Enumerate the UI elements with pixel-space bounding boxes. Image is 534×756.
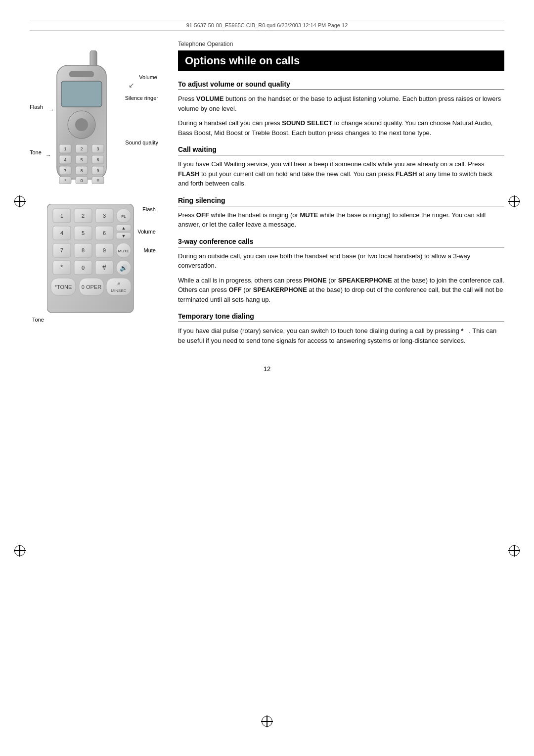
handset-svg: 1 2 3 4 5 6 7 bbox=[54, 50, 109, 186]
svg-text:3: 3 bbox=[103, 213, 106, 219]
reg-mark-left-top bbox=[14, 195, 26, 209]
svg-text:MUTE: MUTE bbox=[118, 249, 130, 253]
handset-flash-arrow: → bbox=[48, 106, 54, 113]
svg-text:2: 2 bbox=[82, 213, 85, 219]
handset-tone-arrow: → bbox=[45, 152, 51, 159]
section-tonedialing-para1: If you have dial pulse (rotary) service,… bbox=[178, 326, 504, 345]
base-diagram: 1 2 3 FL 4 5 6 bbox=[30, 204, 158, 332]
svg-text:1: 1 bbox=[64, 146, 66, 151]
reg-mark-left-bottom bbox=[14, 545, 26, 558]
svg-text:9: 9 bbox=[96, 168, 99, 173]
svg-text:0: 0 bbox=[82, 265, 85, 271]
svg-text:5: 5 bbox=[80, 157, 83, 162]
svg-text:▲: ▲ bbox=[122, 226, 126, 231]
page-number: 12 bbox=[30, 365, 504, 373]
handset-flash-label: Flash bbox=[30, 104, 43, 110]
handset-volume-arrow: ↙ bbox=[129, 81, 134, 89]
handset-diagram: 1 2 3 4 5 6 7 bbox=[30, 41, 158, 194]
meta-header: 91-5637-50-00_E5965C CIB_R0.qxd 6/23/200… bbox=[30, 20, 504, 31]
svg-text:3: 3 bbox=[96, 146, 99, 151]
svg-text:9: 9 bbox=[103, 247, 106, 253]
page-title: Options while on calls bbox=[178, 50, 504, 71]
handset-tone-label: Tone bbox=[30, 149, 42, 155]
svg-text:#: # bbox=[96, 178, 99, 183]
svg-text:2: 2 bbox=[80, 146, 83, 151]
section-callwaiting-para1: If you have Call Waiting service, you wi… bbox=[178, 159, 504, 189]
reg-mark-right-bottom bbox=[508, 545, 520, 558]
section-threeway-para1: During an outside call, you can use both… bbox=[178, 251, 504, 271]
svg-text:8: 8 bbox=[80, 168, 83, 173]
svg-text:6: 6 bbox=[103, 230, 106, 236]
svg-text:0: 0 bbox=[80, 178, 83, 183]
section-volume-para2: During a handset call you can press SOUN… bbox=[178, 118, 504, 138]
svg-text:6: 6 bbox=[96, 157, 99, 162]
base-tone-label: Tone bbox=[32, 317, 44, 323]
svg-text:#: # bbox=[117, 282, 120, 286]
section-volume-para1: Press VOLUME buttons on the handset or t… bbox=[178, 94, 504, 113]
svg-text:🔊: 🔊 bbox=[120, 264, 128, 272]
svg-text:*: * bbox=[64, 178, 66, 183]
svg-text:5: 5 bbox=[82, 230, 85, 236]
bottom-center-cross bbox=[261, 715, 273, 729]
svg-rect-3 bbox=[61, 81, 102, 107]
svg-text:MINSEC: MINSEC bbox=[111, 288, 126, 293]
svg-text:0 OPER: 0 OPER bbox=[82, 284, 101, 290]
handset-volume-label: Volume bbox=[139, 74, 157, 80]
handset-soundquality-label: Sound quality bbox=[125, 140, 158, 145]
svg-text:▼: ▼ bbox=[122, 234, 126, 238]
section-header-volume: To adjust volume or sound quality bbox=[178, 80, 504, 90]
base-svg: 1 2 3 FL 4 5 6 bbox=[47, 204, 136, 319]
section-header-callwaiting: Call waiting bbox=[178, 145, 504, 155]
reg-mark-right-top bbox=[508, 195, 520, 209]
svg-text:4: 4 bbox=[60, 230, 63, 236]
svg-text:#: # bbox=[102, 263, 106, 271]
svg-text:*TONE: *TONE bbox=[55, 284, 72, 290]
section-ringsilencing-para1: Press OFF while the handset is ringing (… bbox=[178, 210, 504, 230]
page-container: 91-5637-50-00_E5965C CIB_R0.qxd 6/23/200… bbox=[0, 0, 534, 756]
svg-rect-2 bbox=[69, 71, 94, 77]
right-column: Telephone Operation Options while on cal… bbox=[178, 41, 504, 350]
base-volume-label: Volume bbox=[137, 229, 156, 235]
svg-text:*: * bbox=[60, 263, 63, 271]
section-header-tonedialing: Temporary tone dialing bbox=[178, 312, 504, 322]
base-mute-label: Mute bbox=[144, 247, 156, 253]
handset-silence-label: Silence ringer bbox=[125, 95, 158, 101]
left-column: 1 2 3 4 5 6 7 bbox=[30, 41, 158, 350]
svg-point-5 bbox=[75, 118, 88, 131]
svg-text:FL: FL bbox=[121, 214, 126, 219]
section-header-ringsilencing: Ring silencing bbox=[178, 196, 504, 206]
section-label: Telephone Operation bbox=[178, 41, 504, 47]
main-content: 1 2 3 4 5 6 7 bbox=[30, 41, 504, 350]
svg-text:8: 8 bbox=[82, 247, 85, 253]
base-flash-label: Flash bbox=[142, 206, 156, 212]
svg-text:7: 7 bbox=[64, 168, 66, 173]
svg-text:4: 4 bbox=[64, 157, 66, 162]
svg-text:1: 1 bbox=[60, 213, 63, 219]
section-threeway-para2: While a call is in progress, others can … bbox=[178, 276, 504, 305]
section-header-threeway: 3-way conference calls bbox=[178, 237, 504, 247]
svg-text:7: 7 bbox=[60, 247, 63, 253]
